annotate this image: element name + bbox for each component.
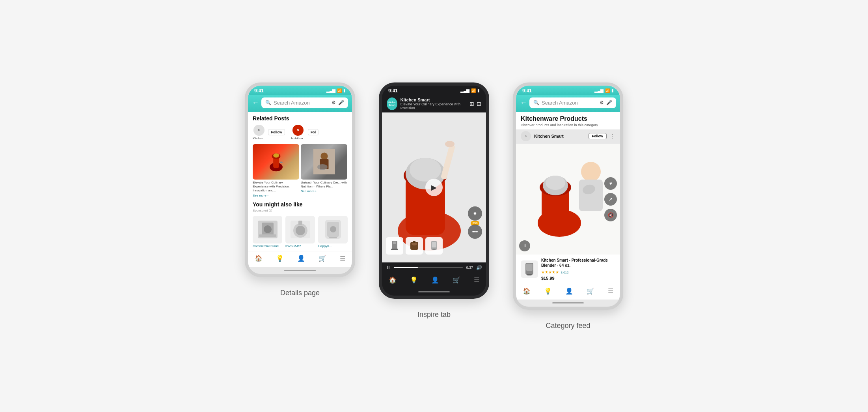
wifi-icon-category: 📶	[605, 88, 610, 93]
svg-point-11	[264, 225, 272, 233]
back-button-details[interactable]: ←	[252, 99, 259, 107]
nav-menu-inspire[interactable]: ☰	[474, 276, 479, 284]
search-bar-category: ← 🔍 Search Amazon ⚙ 🎤	[516, 95, 620, 112]
nav-account-category[interactable]: 👤	[565, 287, 573, 295]
signal-icon-details: ▂▄▆	[326, 88, 335, 93]
nav-cart-details[interactable]: 🛒	[319, 255, 326, 262]
creators-row: K Kitchen.. Follow N Nutrition.. Fol	[248, 123, 352, 142]
nav-cart-inspire[interactable]: 🛒	[453, 276, 460, 284]
svg-rect-20	[329, 237, 337, 238]
progress-fill-inspire	[394, 267, 418, 268]
phone-details: 9:41 ▂▄▆ 📶 ▮ ← 🔍 Search Amazon ⚙	[245, 82, 355, 277]
signal-icon-inspire: ▂▄▆	[460, 88, 469, 93]
svg-rect-16	[298, 221, 302, 225]
home-indicator-category	[516, 300, 620, 307]
cat-share-button[interactable]: ↗	[604, 193, 617, 206]
svg-rect-37	[432, 249, 436, 250]
svg-point-8	[317, 164, 328, 170]
post-card-0[interactable]: Elevate Your Culinary Experience with Pr…	[253, 144, 299, 197]
grid-icon-2[interactable]: ⊟	[477, 101, 481, 107]
svg-point-45	[546, 176, 565, 190]
status-time-details: 9:41	[254, 88, 264, 94]
play-button-inspire[interactable]: ▶	[425, 179, 443, 196]
settings-icon-details[interactable]: ⚙	[332, 100, 336, 105]
product-card-0[interactable]: Commercial Stand	[253, 216, 282, 248]
product-stars-row: ★★★★★ 3,012	[541, 268, 615, 275]
product-thumb-0[interactable]	[386, 237, 403, 255]
search-input-details[interactable]: 🔍 Search Amazon ⚙ 🎤	[261, 97, 348, 108]
nav-account-details[interactable]: 👤	[297, 255, 305, 262]
nav-menu-category[interactable]: ☰	[608, 287, 613, 295]
search-placeholder-details: Search Amazon	[274, 100, 329, 106]
bottom-nav-category: 🏠 💡 👤 🛒 ☰	[516, 284, 620, 300]
follow-button-kitchen[interactable]: Follow	[268, 129, 285, 135]
status-icons-details: ▂▄▆ 📶 ▮	[326, 88, 346, 93]
inspire-grid-icons: ⊞ ⊟	[469, 101, 481, 107]
category-video-area[interactable]: ♥ ↗ 🔇 ⏸	[516, 144, 620, 255]
nav-inspire-category[interactable]: 💡	[544, 287, 552, 295]
svg-rect-30	[391, 249, 398, 250]
product-card-1[interactable]: KWS M-B7	[285, 216, 315, 248]
search-input-category[interactable]: 🔍 Search Amazon ⚙ 🎤	[529, 97, 616, 108]
product-thumb-1[interactable]	[406, 237, 423, 255]
svg-rect-34	[413, 241, 415, 243]
phone-inspire: 9:41 ▂▄▆ 📶 ▮ KitchenSmart Kitchen Sm	[379, 82, 489, 299]
product-name-0: Commercial Stand	[253, 244, 282, 248]
like-button-inspire[interactable]: ♥ 398	[468, 206, 482, 221]
inspire-video-area[interactable]: ▶ ♥ 398 •••	[382, 112, 486, 262]
bottom-nav-details: 🏠 💡 👤 🛒 ☰	[248, 251, 352, 267]
pause-button-inspire[interactable]: ⏸	[386, 265, 391, 270]
grid-icon-1[interactable]: ⊞	[469, 101, 474, 107]
svg-rect-49	[527, 274, 532, 275]
inspire-tab-section: 9:41 ▂▄▆ 📶 ▮ KitchenSmart Kitchen Sm	[379, 82, 489, 319]
product-thumb-2[interactable]	[425, 237, 443, 255]
progress-bar-inspire[interactable]	[394, 267, 463, 268]
nav-inspire-details[interactable]: 💡	[276, 255, 284, 262]
product-card-2[interactable]: Happyb...	[318, 216, 348, 248]
search-extra-icons-category: ⚙ 🎤	[600, 100, 612, 105]
follow-button-nutrition[interactable]: Fol	[308, 129, 319, 135]
products-row: Commercial Stand KWS	[248, 214, 352, 251]
nav-account-inspire[interactable]: 👤	[431, 276, 439, 284]
brand-avatar: K	[521, 131, 531, 141]
phones-container: 9:41 ▂▄▆ 📶 ▮ ← 🔍 Search Amazon ⚙	[245, 82, 623, 330]
nav-menu-details[interactable]: ☰	[340, 255, 345, 262]
cat-pause-button[interactable]: ⏸	[519, 240, 530, 251]
nav-home-category[interactable]: 🏠	[523, 287, 531, 295]
details-page-label: Details page	[280, 289, 320, 297]
volume-icon-inspire[interactable]: 🔊	[476, 265, 482, 270]
more-button-inspire[interactable]: •••	[468, 225, 482, 239]
nav-home-details[interactable]: 🏠	[255, 255, 263, 262]
settings-icon-category[interactable]: ⚙	[600, 100, 604, 105]
details-page-section: 9:41 ▂▄▆ 📶 ▮ ← 🔍 Search Amazon ⚙	[245, 82, 355, 298]
nav-cart-category[interactable]: 🛒	[587, 287, 594, 295]
svg-point-26	[410, 158, 441, 182]
svg-point-39	[581, 162, 601, 182]
product-img-2	[318, 216, 348, 243]
product-card-bottom: Kitchen Smart - Professional-Grade Blend…	[516, 255, 620, 284]
svg-point-28	[445, 141, 454, 147]
nav-inspire-inspire[interactable]: 💡	[410, 276, 418, 284]
inspire-creator-sub: Elevate Your Culinary Experience with Pr…	[400, 102, 466, 110]
cat-mute-button[interactable]: 🔇	[604, 209, 617, 221]
see-more-0[interactable]: See more ›	[253, 194, 299, 197]
see-more-1[interactable]: See more ›	[301, 189, 347, 193]
brand-follow-button[interactable]: Follow	[589, 133, 607, 139]
status-icons-inspire: ▂▄▆ 📶 ▮	[460, 88, 480, 93]
nav-home-inspire[interactable]: 🏠	[389, 276, 397, 284]
product-img-0	[253, 216, 282, 243]
inspire-creator-avatar: KitchenSmart	[387, 97, 397, 110]
svg-rect-36	[432, 242, 436, 247]
product-info-bottom: Kitchen Smart - Professional-Grade Blend…	[541, 258, 615, 281]
post-card-1[interactable]: Unleash Your Culinary Cre... with Nutrit…	[301, 144, 347, 197]
cat-like-button[interactable]: ♥	[604, 177, 617, 190]
back-button-category[interactable]: ←	[520, 99, 527, 107]
creator-item-nutrition: N Nutrition..	[291, 125, 305, 140]
home-indicator-details	[248, 267, 352, 274]
inspire-creator-name: Kitchen Smart	[400, 97, 466, 102]
creator-item-kitchen: K Kitchen..	[253, 125, 265, 140]
mic-icon-details[interactable]: 🎤	[338, 100, 344, 105]
inspire-tab-label: Inspire tab	[417, 311, 451, 319]
mic-icon-category[interactable]: 🎤	[606, 100, 612, 105]
brand-more-button[interactable]: ⋮	[610, 133, 615, 139]
